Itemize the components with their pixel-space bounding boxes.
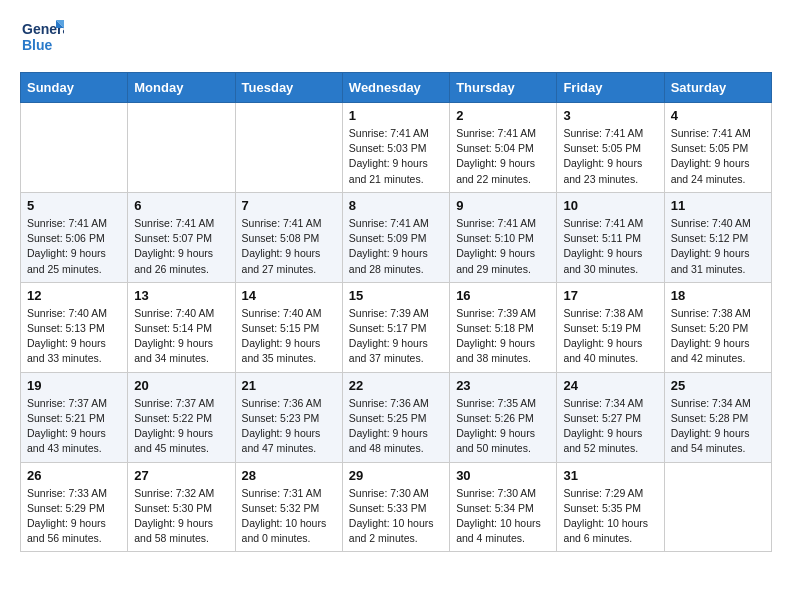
week-row-3: 19Sunrise: 7:37 AMSunset: 5:21 PMDayligh… <box>21 372 772 462</box>
day-number: 12 <box>27 288 121 303</box>
calendar-cell-3: 3Sunrise: 7:41 AMSunset: 5:05 PMDaylight… <box>557 103 664 193</box>
day-number: 8 <box>349 198 443 213</box>
day-info: Sunrise: 7:37 AMSunset: 5:21 PMDaylight:… <box>27 396 121 457</box>
day-number: 14 <box>242 288 336 303</box>
day-info: Sunrise: 7:41 AMSunset: 5:11 PMDaylight:… <box>563 216 657 277</box>
header: General Blue <box>20 16 772 60</box>
day-info: Sunrise: 7:37 AMSunset: 5:22 PMDaylight:… <box>134 396 228 457</box>
calendar-cell-19: 19Sunrise: 7:37 AMSunset: 5:21 PMDayligh… <box>21 372 128 462</box>
calendar-cell-12: 12Sunrise: 7:40 AMSunset: 5:13 PMDayligh… <box>21 282 128 372</box>
day-number: 18 <box>671 288 765 303</box>
day-number: 24 <box>563 378 657 393</box>
day-number: 20 <box>134 378 228 393</box>
day-number: 7 <box>242 198 336 213</box>
day-number: 28 <box>242 468 336 483</box>
calendar-cell-28: 28Sunrise: 7:31 AMSunset: 5:32 PMDayligh… <box>235 462 342 552</box>
day-info: Sunrise: 7:30 AMSunset: 5:34 PMDaylight:… <box>456 486 550 547</box>
day-info: Sunrise: 7:34 AMSunset: 5:28 PMDaylight:… <box>671 396 765 457</box>
calendar-cell-16: 16Sunrise: 7:39 AMSunset: 5:18 PMDayligh… <box>450 282 557 372</box>
day-number: 27 <box>134 468 228 483</box>
weekday-header-row: SundayMondayTuesdayWednesdayThursdayFrid… <box>21 73 772 103</box>
day-info: Sunrise: 7:33 AMSunset: 5:29 PMDaylight:… <box>27 486 121 547</box>
calendar-cell-4: 4Sunrise: 7:41 AMSunset: 5:05 PMDaylight… <box>664 103 771 193</box>
day-number: 17 <box>563 288 657 303</box>
day-info: Sunrise: 7:31 AMSunset: 5:32 PMDaylight:… <box>242 486 336 547</box>
day-info: Sunrise: 7:39 AMSunset: 5:17 PMDaylight:… <box>349 306 443 367</box>
day-info: Sunrise: 7:36 AMSunset: 5:23 PMDaylight:… <box>242 396 336 457</box>
day-info: Sunrise: 7:41 AMSunset: 5:05 PMDaylight:… <box>563 126 657 187</box>
calendar-cell-1: 1Sunrise: 7:41 AMSunset: 5:03 PMDaylight… <box>342 103 449 193</box>
calendar-cell-31: 31Sunrise: 7:29 AMSunset: 5:35 PMDayligh… <box>557 462 664 552</box>
day-info: Sunrise: 7:40 AMSunset: 5:15 PMDaylight:… <box>242 306 336 367</box>
day-info: Sunrise: 7:41 AMSunset: 5:05 PMDaylight:… <box>671 126 765 187</box>
calendar-cell-7: 7Sunrise: 7:41 AMSunset: 5:08 PMDaylight… <box>235 192 342 282</box>
calendar-cell-25: 25Sunrise: 7:34 AMSunset: 5:28 PMDayligh… <box>664 372 771 462</box>
day-info: Sunrise: 7:41 AMSunset: 5:08 PMDaylight:… <box>242 216 336 277</box>
calendar-cell-24: 24Sunrise: 7:34 AMSunset: 5:27 PMDayligh… <box>557 372 664 462</box>
day-number: 26 <box>27 468 121 483</box>
day-info: Sunrise: 7:40 AMSunset: 5:12 PMDaylight:… <box>671 216 765 277</box>
day-info: Sunrise: 7:41 AMSunset: 5:07 PMDaylight:… <box>134 216 228 277</box>
calendar-cell-empty <box>664 462 771 552</box>
day-info: Sunrise: 7:39 AMSunset: 5:18 PMDaylight:… <box>456 306 550 367</box>
day-number: 31 <box>563 468 657 483</box>
day-number: 10 <box>563 198 657 213</box>
day-info: Sunrise: 7:41 AMSunset: 5:10 PMDaylight:… <box>456 216 550 277</box>
day-number: 3 <box>563 108 657 123</box>
weekday-header-monday: Monday <box>128 73 235 103</box>
calendar-cell-17: 17Sunrise: 7:38 AMSunset: 5:19 PMDayligh… <box>557 282 664 372</box>
calendar-cell-22: 22Sunrise: 7:36 AMSunset: 5:25 PMDayligh… <box>342 372 449 462</box>
calendar-cell-20: 20Sunrise: 7:37 AMSunset: 5:22 PMDayligh… <box>128 372 235 462</box>
day-info: Sunrise: 7:41 AMSunset: 5:09 PMDaylight:… <box>349 216 443 277</box>
day-info: Sunrise: 7:40 AMSunset: 5:13 PMDaylight:… <box>27 306 121 367</box>
calendar-cell-10: 10Sunrise: 7:41 AMSunset: 5:11 PMDayligh… <box>557 192 664 282</box>
day-number: 22 <box>349 378 443 393</box>
weekday-header-wednesday: Wednesday <box>342 73 449 103</box>
week-row-1: 5Sunrise: 7:41 AMSunset: 5:06 PMDaylight… <box>21 192 772 282</box>
week-row-0: 1Sunrise: 7:41 AMSunset: 5:03 PMDaylight… <box>21 103 772 193</box>
day-number: 29 <box>349 468 443 483</box>
calendar-cell-9: 9Sunrise: 7:41 AMSunset: 5:10 PMDaylight… <box>450 192 557 282</box>
day-number: 30 <box>456 468 550 483</box>
day-number: 6 <box>134 198 228 213</box>
day-info: Sunrise: 7:38 AMSunset: 5:19 PMDaylight:… <box>563 306 657 367</box>
week-row-4: 26Sunrise: 7:33 AMSunset: 5:29 PMDayligh… <box>21 462 772 552</box>
weekday-header-saturday: Saturday <box>664 73 771 103</box>
calendar-cell-30: 30Sunrise: 7:30 AMSunset: 5:34 PMDayligh… <box>450 462 557 552</box>
logo: General Blue <box>20 16 64 60</box>
day-number: 16 <box>456 288 550 303</box>
calendar-cell-26: 26Sunrise: 7:33 AMSunset: 5:29 PMDayligh… <box>21 462 128 552</box>
calendar-cell-2: 2Sunrise: 7:41 AMSunset: 5:04 PMDaylight… <box>450 103 557 193</box>
weekday-header-thursday: Thursday <box>450 73 557 103</box>
day-number: 15 <box>349 288 443 303</box>
day-number: 25 <box>671 378 765 393</box>
day-number: 21 <box>242 378 336 393</box>
calendar-cell-14: 14Sunrise: 7:40 AMSunset: 5:15 PMDayligh… <box>235 282 342 372</box>
day-info: Sunrise: 7:30 AMSunset: 5:33 PMDaylight:… <box>349 486 443 547</box>
calendar-cell-empty <box>235 103 342 193</box>
week-row-2: 12Sunrise: 7:40 AMSunset: 5:13 PMDayligh… <box>21 282 772 372</box>
calendar-table: SundayMondayTuesdayWednesdayThursdayFrid… <box>20 72 772 552</box>
day-info: Sunrise: 7:34 AMSunset: 5:27 PMDaylight:… <box>563 396 657 457</box>
day-info: Sunrise: 7:41 AMSunset: 5:06 PMDaylight:… <box>27 216 121 277</box>
day-info: Sunrise: 7:36 AMSunset: 5:25 PMDaylight:… <box>349 396 443 457</box>
calendar-cell-18: 18Sunrise: 7:38 AMSunset: 5:20 PMDayligh… <box>664 282 771 372</box>
calendar-cell-11: 11Sunrise: 7:40 AMSunset: 5:12 PMDayligh… <box>664 192 771 282</box>
day-info: Sunrise: 7:41 AMSunset: 5:04 PMDaylight:… <box>456 126 550 187</box>
day-info: Sunrise: 7:32 AMSunset: 5:30 PMDaylight:… <box>134 486 228 547</box>
day-number: 23 <box>456 378 550 393</box>
calendar-cell-21: 21Sunrise: 7:36 AMSunset: 5:23 PMDayligh… <box>235 372 342 462</box>
logo-svg: General Blue <box>20 16 64 60</box>
day-number: 2 <box>456 108 550 123</box>
day-info: Sunrise: 7:38 AMSunset: 5:20 PMDaylight:… <box>671 306 765 367</box>
day-number: 11 <box>671 198 765 213</box>
weekday-header-friday: Friday <box>557 73 664 103</box>
day-number: 19 <box>27 378 121 393</box>
calendar-cell-8: 8Sunrise: 7:41 AMSunset: 5:09 PMDaylight… <box>342 192 449 282</box>
day-number: 5 <box>27 198 121 213</box>
day-number: 9 <box>456 198 550 213</box>
weekday-header-sunday: Sunday <box>21 73 128 103</box>
calendar-cell-15: 15Sunrise: 7:39 AMSunset: 5:17 PMDayligh… <box>342 282 449 372</box>
svg-text:Blue: Blue <box>22 37 53 53</box>
calendar-cell-23: 23Sunrise: 7:35 AMSunset: 5:26 PMDayligh… <box>450 372 557 462</box>
